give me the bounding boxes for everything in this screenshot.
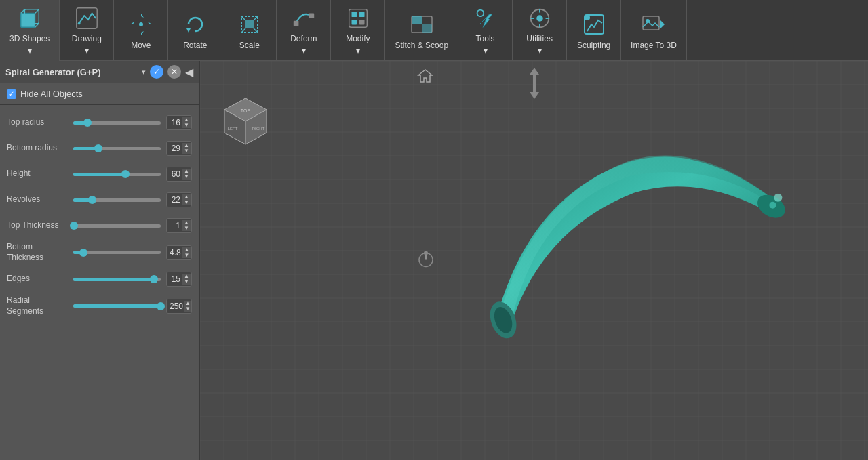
hide-all-checkbox[interactable] bbox=[7, 89, 16, 99]
panel-confirm-button[interactable]: ✓ bbox=[150, 65, 163, 79]
control-label-edges: Edges bbox=[7, 274, 68, 285]
slider-track-top-radius[interactable] bbox=[73, 121, 161, 125]
control-row-top-radius: Top radius16▲▼ bbox=[4, 110, 195, 135]
modify-icon bbox=[344, 5, 372, 31]
toolbar-tools-label: Tools bbox=[476, 34, 495, 43]
toolbar-deform-arrow: ▾ bbox=[302, 46, 306, 56]
move-icon bbox=[127, 11, 155, 38]
svg-point-37 bbox=[585, 15, 590, 20]
slider-track-bottom-radius[interactable] bbox=[73, 147, 161, 150]
svg-marker-50 bbox=[530, 92, 539, 99]
slider-track-top-thickness[interactable] bbox=[73, 224, 161, 228]
svg-marker-40 bbox=[660, 20, 665, 28]
svg-rect-13 bbox=[245, 20, 254, 28]
slider-fill-height bbox=[73, 173, 125, 176]
panel-dropdown-arrow[interactable]: ▾ bbox=[142, 68, 146, 77]
toolbar-scale[interactable]: Scale bbox=[222, 0, 277, 61]
control-label-height: Height bbox=[7, 169, 68, 180]
toolbar-modify[interactable]: Modify ▾ bbox=[331, 0, 385, 61]
spin-down-bottom-thickness[interactable]: ▼ bbox=[182, 253, 191, 258]
spin-down-bottom-radius[interactable]: ▼ bbox=[182, 148, 191, 154]
svg-line-3 bbox=[35, 9, 39, 13]
slider-thumb-top-radius[interactable] bbox=[83, 119, 92, 127]
toolbar-rotate[interactable]: Rotate bbox=[168, 0, 222, 61]
slider-container-edges bbox=[73, 278, 161, 281]
slider-track-height[interactable] bbox=[73, 173, 161, 176]
slider-track-revolves[interactable] bbox=[73, 198, 161, 202]
slider-container-radial-segments bbox=[73, 304, 161, 308]
slider-track-radial-segments[interactable] bbox=[73, 304, 161, 308]
toolbar-sculpting[interactable]: Sculpting bbox=[567, 0, 621, 61]
toolbar-stitch-scoop[interactable]: Stitch & Scoop bbox=[385, 0, 458, 61]
svg-rect-28 bbox=[422, 24, 432, 33]
slider-thumb-edges[interactable] bbox=[150, 275, 158, 283]
spin-down-edges[interactable]: ▼ bbox=[182, 279, 191, 285]
panel-collapse-button[interactable]: ◀ bbox=[185, 66, 193, 79]
svg-rect-21 bbox=[349, 9, 368, 27]
control-label-bottom-radius: Bottom radius bbox=[7, 143, 68, 154]
scale-icon bbox=[236, 11, 263, 38]
control-row-top-thickness: Top Thickness1▲▼ bbox=[4, 213, 195, 238]
spin-down-top-thickness[interactable]: ▼ bbox=[182, 226, 191, 231]
spin-btns-radial-segments: ▲▼ bbox=[184, 301, 191, 312]
control-row-radial-segments: Radial Segments250▲▼ bbox=[4, 293, 195, 319]
main-content: Spiral Generator (G+P) ▾ ✓ ✕ ◀ Hide All … bbox=[0, 61, 868, 460]
utilities-icon bbox=[526, 5, 553, 31]
value-num-top-thickness: 1 bbox=[167, 218, 182, 233]
slider-fill-edges bbox=[73, 278, 154, 281]
toolbar-scale-label: Scale bbox=[239, 41, 260, 50]
svg-rect-24 bbox=[351, 19, 357, 24]
panel-close-button[interactable]: ✕ bbox=[167, 65, 181, 79]
control-row-height: Height60▲▼ bbox=[4, 162, 195, 186]
toolbar-3d-shapes-arrow: ▾ bbox=[28, 46, 32, 56]
toolbar-rotate-label: Rotate bbox=[183, 41, 207, 50]
slider-thumb-top-thickness[interactable] bbox=[70, 222, 78, 230]
3d-shapes-icon bbox=[16, 5, 43, 31]
toolbar-image-to-3d[interactable]: Image To 3D bbox=[621, 0, 687, 61]
rotate-icon bbox=[182, 11, 209, 38]
toolbar-drawing[interactable]: Drawing ▾ bbox=[60, 0, 114, 61]
toolbar-modify-arrow: ▾ bbox=[356, 46, 360, 56]
toolbar-image-to-3d-label: Image To 3D bbox=[631, 41, 677, 50]
slider-thumb-bottom-thickness[interactable] bbox=[79, 249, 87, 257]
toolbar-tools[interactable]: Tools ▾ bbox=[458, 0, 513, 61]
spin-down-top-radius[interactable]: ▼ bbox=[182, 123, 191, 128]
svg-point-54 bbox=[424, 251, 428, 255]
svg-rect-23 bbox=[359, 12, 365, 17]
spin-btns-top-radius: ▲▼ bbox=[182, 117, 191, 128]
slider-container-revolves bbox=[73, 198, 161, 202]
slider-thumb-radial-segments[interactable] bbox=[157, 302, 165, 310]
control-row-revolves: Revolves22▲▼ bbox=[4, 188, 195, 212]
slider-thumb-bottom-radius[interactable] bbox=[94, 144, 102, 152]
control-row-bottom-radius: Bottom radius29▲▼ bbox=[4, 136, 195, 161]
toolbar-drawing-label: Drawing bbox=[72, 34, 102, 43]
slider-container-top-radius bbox=[73, 121, 161, 125]
hide-all-objects[interactable]: Hide All Objects bbox=[0, 83, 199, 105]
viewport[interactable]: TOP LEFT RIGHT bbox=[200, 61, 868, 460]
toolbar: 3D Shapes ▾ Drawing ▾ Move Rotate bbox=[0, 0, 868, 61]
spin-btns-top-thickness: ▲▼ bbox=[182, 220, 191, 231]
toolbar-deform[interactable]: Deform ▾ bbox=[277, 0, 331, 61]
tools-icon bbox=[472, 5, 499, 31]
spin-down-revolves[interactable]: ▼ bbox=[182, 200, 191, 205]
rotate-viewport-button[interactable] bbox=[417, 251, 435, 270]
svg-marker-12 bbox=[186, 28, 191, 33]
svg-marker-52 bbox=[418, 70, 432, 82]
toolbar-3d-shapes[interactable]: 3D Shapes ▾ bbox=[0, 0, 60, 61]
spin-down-height[interactable]: ▼ bbox=[182, 174, 191, 180]
toolbar-move[interactable]: Move bbox=[114, 0, 168, 61]
value-num-edges: 15 bbox=[167, 272, 182, 287]
home-button[interactable] bbox=[417, 68, 433, 86]
slider-track-edges[interactable] bbox=[73, 278, 161, 281]
toolbar-utilities[interactable]: Utilities ▾ bbox=[513, 0, 567, 61]
toolbar-tools-arrow: ▾ bbox=[484, 46, 488, 56]
svg-point-11 bbox=[139, 22, 143, 26]
slider-thumb-height[interactable] bbox=[121, 170, 130, 178]
toolbar-deform-label: Deform bbox=[290, 34, 317, 43]
slider-track-bottom-thickness[interactable] bbox=[73, 251, 161, 254]
spin-down-radial-segments[interactable]: ▼ bbox=[184, 306, 191, 312]
control-label-bottom-thickness: Bottom Thickness bbox=[7, 242, 68, 263]
slider-thumb-revolves[interactable] bbox=[88, 196, 96, 204]
svg-marker-10 bbox=[142, 22, 152, 24]
value-box-edges: 15▲▼ bbox=[166, 272, 192, 287]
